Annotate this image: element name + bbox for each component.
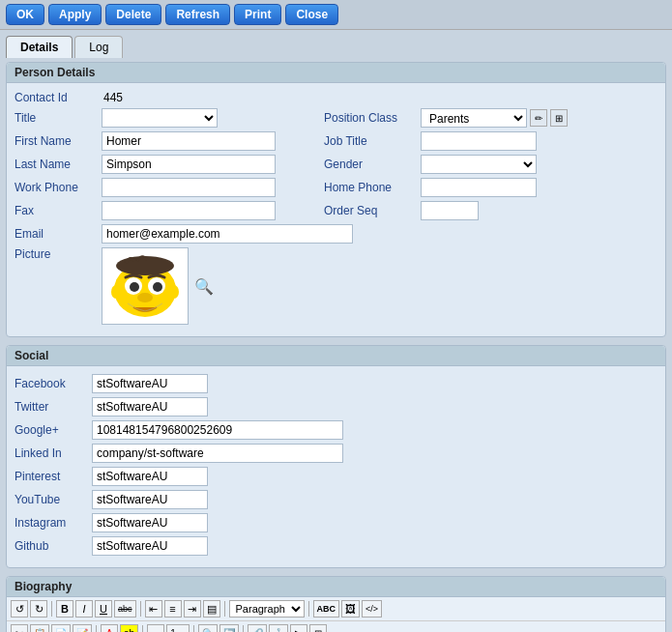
picture-search-icon[interactable]: 🔍	[194, 277, 214, 296]
paste-button[interactable]: 📄	[51, 624, 71, 632]
anchor-button[interactable]: ⚓	[269, 624, 288, 632]
social-row: Facebook	[15, 374, 657, 393]
image-insert-button[interactable]: 🖼	[341, 600, 360, 618]
strikethrough-button[interactable]: abc	[114, 600, 136, 618]
social-label-linked-in: Linked In	[15, 446, 92, 460]
cut-button[interactable]: ✂	[11, 624, 28, 632]
apply-button[interactable]: Apply	[48, 4, 102, 25]
social-input-linked-in[interactable]	[92, 444, 343, 463]
justify-button[interactable]: ▤	[203, 600, 220, 618]
lastname-gender-row: Last Name Gender Male Female Other	[15, 155, 657, 174]
firstname-col: First Name	[15, 131, 324, 151]
order-seq-input[interactable]	[421, 201, 479, 220]
social-row: Linked In	[15, 444, 657, 463]
social-input-youtube[interactable]	[92, 490, 208, 509]
bold-button[interactable]: B	[56, 600, 73, 618]
delete-button[interactable]: Delete	[105, 4, 161, 25]
social-input-pinterest[interactable]	[92, 467, 208, 486]
redo-button[interactable]: ↻	[30, 600, 47, 618]
tab-details[interactable]: Details	[6, 36, 73, 58]
social-row: Github	[15, 536, 657, 556]
media-button[interactable]: ▶	[290, 624, 307, 632]
link-button[interactable]: 🔗	[248, 624, 267, 632]
gender-label: Gender	[324, 158, 421, 171]
toolbar-sep-2	[140, 601, 141, 617]
social-section: Social FacebookTwitterGoogle+Linked InPi…	[6, 345, 666, 568]
social-input-facebook[interactable]	[92, 374, 208, 393]
social-row: Pinterest	[15, 467, 657, 486]
replace-button[interactable]: 🔄	[219, 624, 239, 632]
font-color-button[interactable]: A	[101, 624, 118, 632]
svg-point-4	[130, 282, 139, 292]
align-left-button[interactable]: ⇤	[145, 600, 162, 618]
email-row: Email	[15, 224, 657, 244]
refresh-button[interactable]: Refresh	[165, 4, 230, 25]
close-button[interactable]: Close	[285, 4, 338, 25]
picture-container	[102, 247, 189, 325]
svg-point-5	[153, 282, 162, 292]
underline-button[interactable]: U	[95, 600, 112, 618]
spellcheck-button[interactable]: ABC	[313, 600, 340, 618]
paste-text-button[interactable]: 📝	[73, 624, 92, 632]
fax-input[interactable]	[102, 201, 276, 220]
job-title-input[interactable]	[421, 131, 537, 151]
order-seq-label: Order Seq	[324, 204, 421, 217]
ok-button[interactable]: OK	[6, 4, 44, 25]
tab-log[interactable]: Log	[74, 36, 123, 58]
work-phone-input[interactable]	[102, 178, 276, 197]
italic-button[interactable]: I	[75, 600, 93, 618]
position-class-select[interactable]: Parents Student Staff Admin	[421, 108, 527, 128]
social-label-pinterest: Pinterest	[15, 470, 92, 483]
social-input-twitter[interactable]	[92, 397, 208, 417]
align-right-button[interactable]: ⇥	[184, 600, 201, 618]
title-label: Title	[15, 111, 102, 125]
email-input[interactable]	[102, 224, 353, 244]
social-input-googleplus[interactable]	[92, 420, 343, 440]
svg-point-8	[169, 285, 179, 299]
title-select[interactable]: Mr Mrs Ms Dr	[102, 108, 218, 128]
orderseq-col: Order Seq	[324, 201, 479, 220]
toolbar-sep-1	[51, 601, 52, 617]
home-phone-input[interactable]	[421, 178, 537, 197]
lastname-col: Last Name	[15, 155, 324, 174]
biography-section: Biography ↺ ↻ B I U abc ⇤ ≡ ⇥ ▤ Paragrap…	[6, 576, 666, 632]
biography-toolbar: ↺ ↻ B I U abc ⇤ ≡ ⇥ ▤ Paragraph Heading …	[7, 597, 665, 621]
first-name-label: First Name	[15, 134, 102, 148]
fax-label: Fax	[15, 204, 102, 217]
toolbar2-sep-1	[96, 625, 97, 632]
table-button[interactable]: ⊞	[309, 624, 327, 632]
add-position-icon[interactable]: ⊞	[550, 109, 568, 127]
social-input-instagram[interactable]	[92, 513, 208, 532]
social-label-github: Github	[15, 539, 92, 553]
find-button[interactable]: 🔍	[198, 624, 218, 632]
position-class-controls: Parents Student Staff Admin ✏ ⊞	[421, 108, 568, 128]
copy-button[interactable]: 📋	[30, 624, 49, 632]
social-label-twitter: Twitter	[15, 400, 92, 414]
highlight-button[interactable]: ab	[120, 624, 138, 632]
last-name-input[interactable]	[102, 155, 276, 174]
contact-id-row: Contact Id 445	[15, 91, 657, 104]
homephone-col: Home Phone	[324, 178, 537, 197]
social-row: Instagram	[15, 513, 657, 532]
picture-row: Picture	[15, 247, 657, 325]
last-name-label: Last Name	[15, 158, 102, 171]
paragraph-select[interactable]: Paragraph Heading 1 Heading 2	[229, 600, 305, 618]
align-center-button[interactable]: ≡	[164, 600, 182, 618]
social-label-googleplus: Google+	[15, 423, 92, 437]
toolbar-sep-3	[224, 601, 225, 617]
firstname-jobtitle-row: First Name Job Title	[15, 131, 657, 151]
edit-position-icon[interactable]: ✏	[530, 109, 547, 127]
source-button[interactable]: </>	[362, 600, 382, 618]
undo-button[interactable]: ↺	[11, 600, 28, 618]
bullets-button[interactable]: ≔	[147, 624, 164, 632]
first-name-input[interactable]	[102, 131, 276, 151]
toolbar2-sep-4	[243, 625, 244, 632]
print-button[interactable]: Print	[234, 4, 281, 25]
numbering-button[interactable]: 1≔	[166, 624, 190, 632]
title-positionclass-row: Title Mr Mrs Ms Dr Position Class Parent…	[15, 108, 657, 128]
position-class-col: Position Class Parents Student Staff Adm…	[324, 108, 568, 128]
gender-select[interactable]: Male Female Other	[421, 155, 537, 174]
contact-id-label: Contact Id	[15, 91, 102, 104]
position-class-label: Position Class	[324, 111, 421, 125]
social-input-github[interactable]	[92, 536, 208, 556]
